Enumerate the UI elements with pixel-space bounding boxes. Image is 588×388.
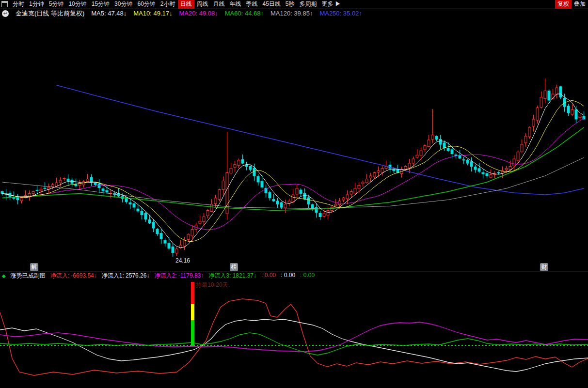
ma-lines <box>2 85 584 248</box>
watermark-badge: 榜 <box>230 263 238 271</box>
watermark-badge: 解 <box>30 263 38 271</box>
indicator-value: 净流入: -6693.54↓ <box>50 272 97 280</box>
indicator-value-list: 涨势已成副图净流入: -6693.54↓净流入1: 2576.26↓净流入2: … <box>11 272 315 280</box>
info-bar: ↩ 金迪克(日线 等比前复权) MA5: 47.48↓MA10: 49.17↓M… <box>0 8 588 18</box>
ma-value: MA250: 35.02↑ <box>319 10 362 17</box>
toolbar-item[interactable]: 月线 <box>211 0 227 9</box>
indicator-value: 净流入3: 1821.37↓ <box>208 272 256 280</box>
watermark-badge: 财 <box>540 263 548 271</box>
ma-value: MA10: 49.17↓ <box>133 10 172 17</box>
toolbar-item[interactable]: 周线 <box>194 0 211 9</box>
indicator-value: : 0.00 <box>281 272 295 280</box>
sub-chart-header: ◆ 涨势已成副图净流入: -6693.54↓净流入1: 2576.26↓净流入2… <box>0 271 588 280</box>
toolbar-item[interactable]: 年线 <box>227 0 244 9</box>
ma-value: MA120: 39.85↑ <box>270 10 313 17</box>
toolbar-period-list: 分时1分钟5分钟10分钟15分钟30分钟60分钟2小时日线周线月线年线季线45日… <box>10 0 343 9</box>
indicator-lines <box>0 299 588 375</box>
toolbar-item[interactable]: 5秒 <box>283 0 297 9</box>
indicator-icon[interactable]: ◆ <box>2 273 6 279</box>
ma-value: MA5: 47.48↓ <box>91 10 127 17</box>
toolbar-item[interactable]: 5分钟 <box>47 0 66 9</box>
toolbar-item[interactable]: 日线 <box>178 0 194 9</box>
low-price-label: 24.16 <box>175 257 190 264</box>
indicator-value: 净流入1: 2576.26↓ <box>102 272 150 280</box>
toolbar-item[interactable]: 更多 ▶ <box>319 0 343 9</box>
toolbar-item[interactable]: 多周期 <box>297 0 319 9</box>
indicator-value: 净流入2: -1179.83↑ <box>154 272 204 280</box>
window-icon[interactable] <box>1 1 8 7</box>
sub-indicator-chart[interactable]: 持最10-20天. <box>0 280 588 388</box>
toolbar-right-item[interactable]: 叠加 <box>572 0 588 9</box>
indicator-value: 涨势已成副图 <box>11 272 46 280</box>
stock-title: 金迪克(日线 等比前复权) <box>16 9 84 18</box>
toolbar-item[interactable]: 分时 <box>10 0 27 9</box>
ma-value: MA60: 44.68↑ <box>225 10 264 17</box>
toolbar-item[interactable]: 季线 <box>244 0 260 9</box>
indicator-value: : 0.00 <box>261 272 276 280</box>
toolbar-item[interactable]: 2小时 <box>158 0 178 9</box>
toolbar-item[interactable]: 60分钟 <box>135 0 158 9</box>
toolbar-right-item[interactable]: 复权 <box>555 0 572 9</box>
ma-value: MA20: 49.08↓ <box>179 10 218 17</box>
signal-bar <box>191 282 194 346</box>
candles <box>1 78 585 257</box>
toolbar-item[interactable]: 15分钟 <box>89 0 112 9</box>
note-text: 持最10-20天. <box>195 281 230 288</box>
toolbar-item[interactable]: 10分钟 <box>66 0 89 9</box>
toolbar-item[interactable]: 45日线 <box>260 0 283 9</box>
indicator-value: : 0.00 <box>300 272 315 280</box>
toolbar-item[interactable]: 30分钟 <box>112 0 135 9</box>
ma-value-list: MA5: 47.48↓MA10: 49.17↓MA20: 49.08↓MA60:… <box>91 10 362 17</box>
toolbar-right-list: 复权叠加 <box>555 0 588 9</box>
menu-bar: 分时1分钟5分钟10分钟15分钟30分钟60分钟2小时日线周线月线年线季线45日… <box>0 0 588 9</box>
toolbar-item[interactable]: 1分钟 <box>27 0 47 9</box>
back-icon[interactable]: ↩ <box>2 10 9 17</box>
main-candlestick-chart[interactable]: 24.16 <box>0 18 588 271</box>
